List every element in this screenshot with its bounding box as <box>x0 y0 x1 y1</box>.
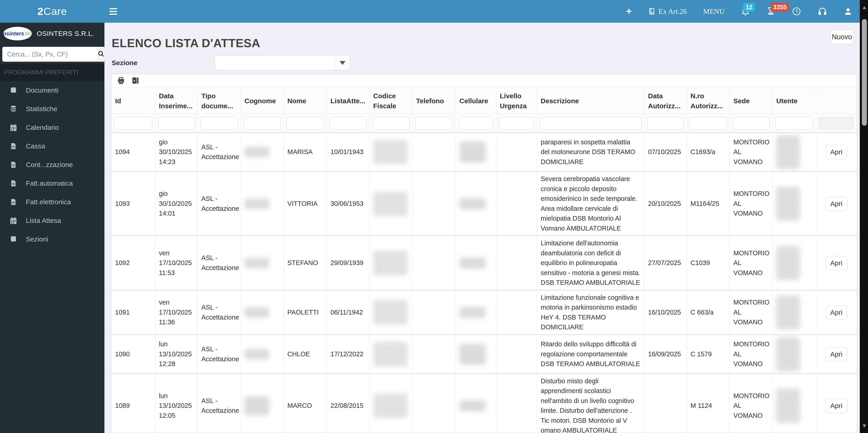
cell-id: 1093 <box>112 172 155 236</box>
sidebar-toggle-icon[interactable] <box>110 7 119 16</box>
vertical-scrollbar[interactable]: ▲ ▼ <box>860 0 868 433</box>
filter-input[interactable] <box>158 117 195 130</box>
sidebar-item-documenti[interactable]: Documenti <box>0 81 104 100</box>
apri-button[interactable]: Apri <box>826 256 847 270</box>
cell-id: 1091 <box>112 290 155 335</box>
apri-button[interactable]: Apri <box>826 399 847 413</box>
sidebar-item-sezioni[interactable]: Sezioni <box>0 230 104 248</box>
scroll-up-icon[interactable]: ▲ <box>860 4 868 10</box>
sidebar-item-cont-zzazione[interactable]: Cont...zzazione <box>0 155 104 174</box>
filter-input[interactable] <box>819 117 854 130</box>
ex-art26-menu[interactable]: Ex Art.26 <box>646 0 688 23</box>
column-header[interactable] <box>816 88 857 114</box>
add-button[interactable]: + <box>624 0 634 23</box>
page-title: ELENCO LISTA D'ATTESA <box>112 36 260 50</box>
column-header[interactable]: Livello Urgenza <box>496 88 537 114</box>
cognome-redacted <box>241 290 284 335</box>
filter-input[interactable] <box>499 117 534 130</box>
tasks-badge: 3355 <box>771 3 789 12</box>
filter-input[interactable] <box>372 117 409 130</box>
sezione-dropdown-button[interactable] <box>335 56 350 70</box>
content-area: ELENCO LISTA D'ATTESA Nuovo Sezione x Id… <box>104 23 860 433</box>
pending-tasks-button[interactable]: 3355 <box>765 0 777 23</box>
column-header[interactable]: Sede <box>730 88 773 114</box>
column-header[interactable]: Tipo docume... <box>198 88 241 114</box>
sidebar-item-statistiche[interactable]: Statistiche <box>0 100 104 118</box>
column-header[interactable]: Cellulare <box>456 88 496 114</box>
search-input[interactable] <box>2 47 97 62</box>
column-header[interactable]: ListaAtte... <box>327 88 370 114</box>
filter-input[interactable] <box>647 117 684 130</box>
filter-input[interactable] <box>286 117 324 130</box>
filter-cell <box>730 114 773 132</box>
column-header[interactable]: Data Autorizz... <box>644 88 687 114</box>
app-logo[interactable]: 2Care <box>0 0 104 23</box>
column-header[interactable]: Telefono <box>412 88 456 114</box>
nuovo-button[interactable]: Nuovo <box>830 30 854 44</box>
cell-value: 1093 <box>115 199 130 209</box>
filter-cell <box>816 114 857 132</box>
sidebar-item-lista-attesa[interactable]: Lista Attesa <box>0 211 104 230</box>
utente-redacted <box>773 236 816 290</box>
apri-button[interactable]: Apri <box>826 347 847 361</box>
column-header[interactable]: Utente <box>773 88 816 114</box>
filter-input[interactable] <box>690 117 727 130</box>
cell-value: 30/06/1953 <box>331 199 363 209</box>
column-header[interactable]: Id <box>112 88 155 114</box>
filter-input[interactable] <box>200 117 238 130</box>
cell-value: PAOLETTI <box>287 308 319 317</box>
support-button[interactable] <box>816 0 829 23</box>
cell-value: STEFANO <box>287 258 318 268</box>
filter-input[interactable] <box>775 117 813 130</box>
filter-input[interactable] <box>459 117 493 130</box>
sidebar-item-fatt-elettronica[interactable]: Fatt.elettronica <box>0 193 104 211</box>
cell-value: ven 17/10/2025 11:53 <box>159 248 192 278</box>
filter-input[interactable] <box>540 117 642 130</box>
scrollbar-thumb[interactable] <box>862 19 867 126</box>
apri-button[interactable]: Apri <box>826 306 847 319</box>
filter-input[interactable] <box>114 117 152 130</box>
cell-value: 1090 <box>115 349 130 359</box>
sidebar-item-fatt-automatica[interactable]: Fatt.automatica <box>0 174 104 193</box>
filter-input[interactable] <box>415 117 453 130</box>
sezione-select[interactable] <box>215 55 350 70</box>
filter-input[interactable] <box>733 117 770 130</box>
cell-inserito: lun 13/10/2025 12:28 <box>155 335 198 374</box>
row-actions: Apri <box>816 172 857 236</box>
user-menu-button[interactable] <box>842 0 855 23</box>
apri-button[interactable]: Apri <box>826 145 847 159</box>
sidebar-item-calendario[interactable]: Calendario <box>0 118 104 137</box>
cell-descrizione: Severa cerebropatia vascolare cronica e … <box>537 172 644 236</box>
column-header[interactable]: Nome <box>284 88 327 114</box>
menu-button[interactable]: MENU <box>702 0 726 23</box>
notifications-button[interactable]: 12 <box>739 0 752 23</box>
redacted-blur <box>459 307 486 318</box>
export-excel-button[interactable]: x <box>131 76 140 86</box>
column-header[interactable]: Cognome <box>241 88 284 114</box>
sidebar: osinters360 OSINTERS S.R.L. PROGRAMMI PR… <box>0 23 104 433</box>
filter-input[interactable] <box>244 117 281 130</box>
cell-value: VITTORIA <box>287 199 317 209</box>
redacted-blur <box>373 394 408 418</box>
cell-id: 1090 <box>112 335 155 374</box>
search-button[interactable] <box>97 47 105 62</box>
column-header[interactable]: N.ro Autorizz... <box>687 88 730 114</box>
cell-telefono <box>412 172 456 236</box>
cell-nro-autorizzazione: M 1124 <box>687 374 730 433</box>
apri-button[interactable]: Apri <box>826 197 847 211</box>
history-button[interactable] <box>790 0 803 23</box>
print-button[interactable] <box>117 76 125 86</box>
column-header[interactable]: Descrizione <box>537 88 644 114</box>
sidebar-item-cassa[interactable]: Cassa <box>0 137 104 155</box>
redacted-blur <box>373 342 408 367</box>
column-header[interactable]: Data Inserime... <box>155 88 198 114</box>
cell-inserito: lun 13/10/2025 12:05 <box>155 374 198 433</box>
file-icon <box>9 161 18 169</box>
column-header[interactable]: Codice Fiscale <box>370 88 412 114</box>
redacted-blur <box>776 337 800 371</box>
cell-nome: CHLOE <box>284 335 327 374</box>
codice-fiscale-redacted <box>370 172 412 236</box>
scroll-down-icon[interactable]: ▼ <box>860 423 868 429</box>
cognome-redacted <box>241 335 284 374</box>
filter-input[interactable] <box>330 117 367 130</box>
